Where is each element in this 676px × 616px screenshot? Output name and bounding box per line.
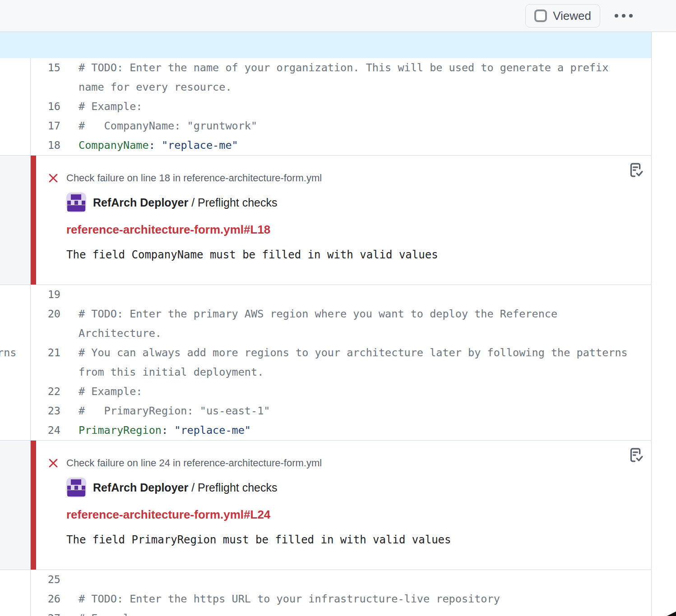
kebab-menu-button[interactable] xyxy=(610,9,637,22)
diff-body: 15 # TODO: Enter the name of your organi… xyxy=(0,32,652,616)
kebab-dot-icon xyxy=(629,14,633,18)
left-diff-column xyxy=(0,156,31,285)
code-line-row: 17 # CompanyName: "gruntwork" xyxy=(31,116,651,136)
code-line-row: 25 xyxy=(31,570,651,589)
code-line-row: 19 xyxy=(31,285,651,304)
code-text: # You can always add more regions to you… xyxy=(60,343,651,363)
line-number[interactable]: 20 xyxy=(31,304,60,324)
viewed-checkbox-icon[interactable] xyxy=(534,9,547,22)
check-message: The field CompanyName must be filled in … xyxy=(66,248,620,261)
check-file-link[interactable]: reference-architecture-form.yml#L18 xyxy=(66,223,270,236)
line-number[interactable] xyxy=(31,324,60,343)
code-line-row: 21 # You can always add more regions to … xyxy=(31,343,651,363)
check-app-name: RefArch Deployer xyxy=(93,481,188,494)
check-message: The field PrimaryRegion must be filled i… xyxy=(66,533,620,546)
left-column-overlay-text: rns xyxy=(0,343,16,363)
refarch-deployer-avatar-icon xyxy=(66,193,86,212)
code-text: # Example: xyxy=(60,382,651,401)
annotation-content: Check failure on line 18 in reference-ar… xyxy=(36,156,651,285)
code-token: PrimaryRegion xyxy=(79,424,162,437)
line-number[interactable]: 24 xyxy=(31,421,60,440)
check-file-link[interactable]: reference-architecture-form.yml#L24 xyxy=(66,508,270,521)
code-text xyxy=(60,285,651,304)
line-number[interactable]: 17 xyxy=(31,116,60,136)
code-line-row: from this initial deployment. xyxy=(31,363,651,382)
code-line-row: 22 # Example: xyxy=(31,382,651,401)
annotation-failure-bar xyxy=(31,441,36,570)
check-run-name: / Preflight checks xyxy=(191,481,277,494)
code-text: PrimaryRegion: "replace-me" xyxy=(60,421,651,440)
checklist-icon-button[interactable] xyxy=(629,447,644,464)
line-number[interactable] xyxy=(31,363,60,382)
code-text: from this initial deployment. xyxy=(60,363,651,382)
code-line-row: 24 PrimaryRegion: "replace-me" xyxy=(31,421,651,440)
failure-x-icon xyxy=(48,173,59,184)
annotation-header-row: Check failure on line 18 in reference-ar… xyxy=(48,172,620,184)
code-rows: 25 26 # TODO: Enter the https URL to you… xyxy=(31,570,651,616)
code-token: # PrimaryRegion: "us-east-1" xyxy=(79,405,270,417)
check-run-title: RefArch Deployer / Preflight checks xyxy=(93,196,277,209)
diff-view-screen: Viewed 15 # TODO: Enter the name of your… xyxy=(0,0,676,616)
code-line-row: 27 # Example: xyxy=(31,609,651,616)
line-number[interactable]: 19 xyxy=(31,285,60,304)
check-run-row: RefArch Deployer / Preflight checks xyxy=(66,478,620,497)
line-number[interactable]: 18 xyxy=(31,136,60,155)
code-text: # Example: xyxy=(60,609,651,616)
check-annotation: Check failure on line 18 in reference-ar… xyxy=(0,155,651,285)
line-number[interactable]: 21 xyxy=(31,343,60,363)
line-number[interactable]: 22 xyxy=(31,382,60,401)
code-text: name for every resource. xyxy=(60,78,651,97)
code-text: # CompanyName: "gruntwork" xyxy=(60,116,651,136)
line-number[interactable]: 16 xyxy=(31,97,60,116)
annotation-content: Check failure on line 24 in reference-ar… xyxy=(36,441,651,570)
line-number[interactable]: 27 xyxy=(31,609,60,616)
check-run-row: RefArch Deployer / Preflight checks xyxy=(66,193,620,212)
checklist-icon xyxy=(629,447,644,463)
annotation-failure-bar xyxy=(31,156,36,285)
code-token: : xyxy=(162,424,174,437)
code-text xyxy=(60,570,651,589)
code-text: # TODO: Enter the primary AWS region whe… xyxy=(60,304,651,324)
line-number[interactable]: 26 xyxy=(31,589,60,609)
check-failure-text: Check failure on line 18 in reference-ar… xyxy=(66,172,322,184)
line-number[interactable]: 25 xyxy=(31,570,60,589)
left-diff-column xyxy=(0,441,31,570)
check-run-name: / Preflight checks xyxy=(191,196,277,209)
code-token: # TODO: Enter the name of your organizat… xyxy=(79,61,608,74)
code-line-row: name for every resource. xyxy=(31,78,651,97)
code-token: Architecture. xyxy=(79,327,162,340)
code-token: from this initial deployment. xyxy=(79,366,264,378)
annotation-header-row: Check failure on line 24 in reference-ar… xyxy=(48,457,620,469)
refarch-deployer-avatar-icon xyxy=(66,478,86,497)
code-token: # Example: xyxy=(79,612,142,616)
file-header: Viewed xyxy=(0,0,676,32)
line-number[interactable] xyxy=(31,78,60,97)
code-line-row: 20 # TODO: Enter the primary AWS region … xyxy=(31,304,651,324)
left-diff-column xyxy=(0,58,31,155)
checklist-icon-button[interactable] xyxy=(629,162,644,179)
code-token: # TODO: Enter the primary AWS region whe… xyxy=(79,308,557,320)
code-line-row: Architecture. xyxy=(31,324,651,343)
check-annotation: Check failure on line 24 in reference-ar… xyxy=(0,440,651,570)
check-app-name: RefArch Deployer xyxy=(93,196,188,209)
cursor-artifact xyxy=(667,611,676,616)
code-section: rns 19 20 # TODO: Enter the primary AWS … xyxy=(0,285,651,440)
left-diff-column xyxy=(0,570,31,616)
code-line-row: 23 # PrimaryRegion: "us-east-1" xyxy=(31,401,651,421)
line-number[interactable]: 23 xyxy=(31,401,60,421)
check-annotation-main: Check failure on line 18 in reference-ar… xyxy=(31,156,651,285)
code-token: "replace-me" xyxy=(162,139,238,152)
annotation-link-row: reference-architecture-form.yml#L18 xyxy=(66,223,620,237)
line-number[interactable]: 15 xyxy=(31,58,60,78)
code-token: # TODO: Enter the https URL to your infr… xyxy=(79,593,500,605)
code-token: : xyxy=(149,139,162,152)
code-token: # CompanyName: "gruntwork" xyxy=(79,120,257,132)
code-text: CompanyName: "replace-me" xyxy=(60,136,651,155)
checklist-icon xyxy=(629,162,644,178)
code-text: # TODO: Enter the https URL to your infr… xyxy=(60,589,651,609)
code-token: CompanyName xyxy=(79,139,149,152)
viewed-button-label: Viewed xyxy=(553,9,591,23)
viewed-button[interactable]: Viewed xyxy=(525,4,600,28)
diff-sections: 15 # TODO: Enter the name of your organi… xyxy=(0,58,651,616)
code-token: "replace-me" xyxy=(174,424,251,437)
